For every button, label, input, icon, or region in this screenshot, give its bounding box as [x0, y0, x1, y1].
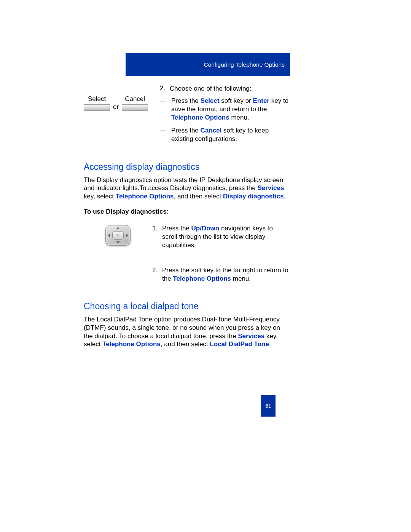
softkeys-column: Select or Cancel [84, 85, 160, 111]
step2-num: 2. [160, 85, 170, 93]
diag-step-1: 1. Press the Up/Down navigation keys to … [152, 224, 289, 249]
softkey-select-button[interactable] [84, 104, 110, 111]
softkey-cancel: Cancel [122, 95, 148, 111]
heading-dialpad-tone: Choosing a local dialpad tone [84, 301, 289, 312]
kw-cancel: Cancel [201, 127, 222, 134]
dash-icon: — [160, 97, 171, 122]
arrow-up-icon [116, 227, 120, 229]
softkey-cancel-button[interactable] [122, 104, 148, 111]
step2-sublist: — Press the Select soft key or Enter key… [160, 97, 289, 143]
section1-subheading: To use Display diagnostics: [84, 208, 289, 216]
softkey-or: or [113, 103, 119, 111]
diag-step2-text: Press the soft key to the far right to r… [162, 266, 289, 283]
header-title: Configuring Telephone Options [204, 61, 285, 68]
step2-line: 2. Choose one of the following: [160, 85, 289, 93]
kw-telephone-options: Telephone Options [116, 193, 174, 200]
t: Press the [162, 225, 191, 232]
content: Select or Cancel 2. Choose one of the fo… [84, 85, 289, 350]
t: soft key or [220, 97, 253, 104]
dash-icon: — [160, 126, 171, 143]
t: Press the [171, 97, 201, 104]
header-bar: Configuring Telephone Options [126, 53, 290, 76]
t: . [269, 340, 271, 348]
diag-step1-num: 1. [152, 224, 162, 249]
t: , and then select [174, 193, 223, 200]
t: key, select [84, 193, 116, 200]
kw-telephone-options: Telephone Options [171, 114, 229, 121]
t: menu. [229, 114, 249, 121]
softkeys: Select or Cancel [84, 95, 160, 111]
diag-step2-num: 2. [152, 266, 162, 283]
step2-text-col: 2. Choose one of the following: — Press … [160, 85, 289, 148]
page-number: 61 [265, 403, 271, 409]
step2-bullet-2: — Press the Cancel soft key to keep exis… [160, 126, 289, 143]
section1-para: The Display diagnostics option tests the… [84, 176, 289, 201]
kw-local-dialpad-tone: Local DialPad Tone [210, 340, 269, 348]
diag-step-2: 2. Press the soft key to the far right t… [152, 266, 289, 283]
t: menu. [231, 275, 251, 282]
step2-bullet-2-text: Press the Cancel soft key to keep existi… [171, 126, 289, 143]
diag-step1-text: Press the Up/Down navigation keys to scr… [162, 224, 289, 249]
nav-key-icon: ↵ [105, 225, 131, 246]
arrow-right-icon [126, 233, 128, 237]
page: Configuring Telephone Options Select or … [0, 0, 411, 532]
kw-telephone-options: Telephone Options [173, 275, 231, 282]
softkey-select: Select [84, 95, 110, 111]
diag-row: ↵ 1. Press the Up/Down navigation keys t… [84, 224, 289, 300]
kw-enter: Enter [253, 97, 269, 104]
t: The Display diagnostics option tests the… [84, 176, 283, 192]
heading-accessing-diagnostics: Accessing display diagnostics [84, 162, 289, 172]
t: . [284, 193, 286, 200]
step2-bullet-1-text: Press the Select soft key or Enter key t… [171, 97, 289, 122]
t: Press the [171, 127, 201, 134]
enter-key-icon: ↵ [112, 231, 124, 240]
t: , and then select [161, 340, 210, 348]
step2-text: Choose one of the following: [170, 85, 289, 93]
kw-select: Select [201, 97, 220, 104]
softkey-select-label: Select [88, 95, 106, 103]
step2-block: Select or Cancel 2. Choose one of the fo… [84, 85, 289, 148]
step2-bullet-1: — Press the Select soft key or Enter key… [160, 97, 289, 122]
arrow-down-icon [116, 241, 120, 244]
kw-telephone-options: Telephone Options [102, 340, 161, 348]
nav-key-col: ↵ [84, 224, 152, 246]
kw-services: Services [257, 184, 284, 192]
kw-display-diagnostics: Display diagnostics [223, 193, 284, 200]
page-number-box: 61 [261, 395, 276, 417]
softkey-cancel-label: Cancel [125, 95, 145, 103]
arrow-left-icon [108, 233, 110, 237]
section2-para: The Local DialPad Tone option produces D… [84, 315, 289, 348]
kw-services: Services [238, 332, 264, 340]
diag-steps: 1. Press the Up/Down navigation keys to … [152, 224, 289, 300]
kw-up-down: Up/Down [191, 225, 220, 232]
